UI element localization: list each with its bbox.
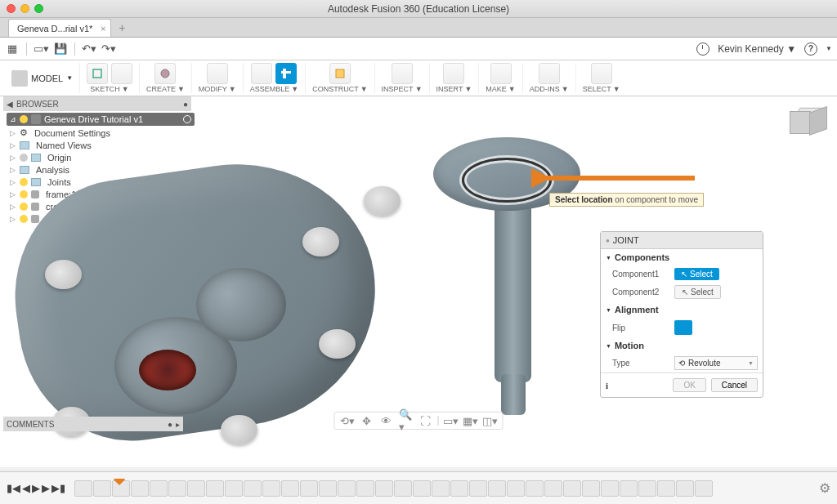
new-tab-button[interactable]: +	[113, 19, 131, 37]
grid-settings-icon[interactable]: ▦▾	[463, 414, 478, 427]
viewport-layout-icon[interactable]: ◫▾	[483, 414, 498, 427]
model-rotor-component[interactable]	[417, 137, 597, 423]
ribbon-group-create[interactable]: CREATE▼	[139, 63, 191, 93]
redo-button[interactable]: ↷▾	[101, 42, 116, 56]
timeline-feature[interactable]	[620, 480, 638, 497]
inspect-icon[interactable]	[392, 63, 413, 84]
help-button[interactable]: ?	[804, 42, 817, 56]
timeline-end-button[interactable]: ▶▮	[51, 482, 65, 494]
ribbon-group-make[interactable]: MAKE▼	[478, 63, 521, 93]
ribbon-group-insert[interactable]: INSERT▼	[429, 63, 479, 93]
zoom-icon[interactable]: 🔍▾	[399, 414, 414, 427]
timeline-step-back-button[interactable]: ◀	[22, 482, 30, 494]
timeline-feature[interactable]	[450, 480, 468, 497]
ribbon-group-assemble[interactable]: ASSEMBLE▼	[243, 63, 305, 93]
timeline-track[interactable]: document.write(Array.from({length:34}).m…	[74, 479, 810, 498]
ok-button[interactable]: OK	[673, 378, 705, 392]
data-panel-button[interactable]: ▦	[5, 42, 20, 56]
timeline-feature[interactable]	[74, 480, 92, 497]
timeline-feature[interactable]	[563, 480, 581, 497]
timeline-feature[interactable]	[281, 480, 299, 497]
make-icon[interactable]	[490, 63, 512, 84]
timeline-feature[interactable]	[131, 480, 149, 497]
ribbon-group-addins[interactable]: ADD-INS▼	[522, 63, 575, 93]
comments-panel-header[interactable]: COMMENTS ● ▸	[3, 417, 183, 431]
timeline-feature[interactable]	[168, 480, 186, 497]
modify-icon[interactable]	[207, 63, 228, 84]
ribbon-group-sketch[interactable]: SKETCH▼	[79, 63, 139, 93]
job-status-icon[interactable]	[696, 42, 709, 56]
select-icon[interactable]	[591, 63, 612, 84]
motion-section-header[interactable]: Motion	[601, 337, 763, 354]
lightbulb-icon[interactable]	[20, 115, 28, 123]
timeline-feature[interactable]	[601, 480, 619, 497]
display-settings-icon[interactable]: ▭▾	[444, 414, 459, 427]
addins-icon[interactable]	[539, 63, 560, 84]
timeline-feature[interactable]	[93, 480, 111, 497]
orbit-icon[interactable]: ⟲▾	[340, 414, 355, 427]
ribbon-group-modify[interactable]: MODIFY▼	[191, 63, 243, 93]
joint-dialog-title[interactable]: JOINT	[601, 232, 763, 249]
collapse-browser-icon[interactable]: ◀	[7, 100, 13, 109]
undo-button[interactable]: ↶▾	[82, 42, 96, 56]
browser-root-node[interactable]: ⊿ Geneva Drive Tutorial v1	[7, 113, 195, 126]
pan-icon[interactable]: ✥	[360, 414, 374, 427]
ribbon-group-select[interactable]: SELECT▼	[575, 63, 627, 93]
timeline-feature[interactable]	[544, 480, 562, 497]
tree-item-docsettings[interactable]: ▷⚙Document Settings	[7, 127, 195, 139]
components-section-header[interactable]: Components	[601, 249, 763, 265]
joint-dialog[interactable]: JOINT Components Component1 ↖ Select Com…	[600, 231, 763, 398]
document-tab[interactable]: Geneva D...rial v1* ×	[8, 19, 111, 37]
activate-radio-icon[interactable]	[183, 115, 191, 123]
timeline-feature[interactable]	[375, 480, 393, 497]
tree-item-namedviews[interactable]: ▷Named Views	[7, 140, 195, 151]
look-icon[interactable]: 👁	[379, 414, 394, 427]
flip-button[interactable]	[674, 320, 692, 335]
timeline-feature[interactable]	[582, 480, 600, 497]
assemble-icon-1[interactable]	[251, 63, 272, 84]
joint-tool-icon[interactable]	[275, 63, 297, 84]
construct-icon[interactable]	[329, 63, 351, 84]
timeline-feature[interactable]	[356, 480, 374, 497]
sketch-icon-2[interactable]	[111, 63, 132, 84]
ribbon-group-inspect[interactable]: INSPECT▼	[374, 63, 429, 93]
user-menu[interactable]: Kevin Kennedy ▼	[718, 43, 796, 55]
timeline-step-fwd-button[interactable]: ▶	[42, 482, 50, 494]
file-menu-button[interactable]: ▭▾	[34, 42, 48, 56]
timeline-feature[interactable]	[526, 480, 544, 497]
timeline-feature[interactable]	[187, 480, 205, 497]
component1-select-button[interactable]: ↖ Select	[674, 268, 719, 280]
workspace-switcher[interactable]: MODEL ▼	[5, 65, 79, 91]
motion-type-dropdown[interactable]: ⟲ Revolute	[674, 356, 758, 370]
timeline-feature[interactable]	[432, 480, 450, 497]
timeline-feature[interactable]	[488, 480, 506, 497]
timeline-settings-icon[interactable]: ⚙	[819, 480, 830, 496]
browser-panel-header[interactable]: ◀ BROWSER ●	[3, 96, 191, 111]
ribbon-group-construct[interactable]: CONSTRUCT▼	[305, 63, 374, 93]
timeline-feature[interactable]	[244, 480, 262, 497]
close-tab-icon[interactable]: ×	[101, 24, 105, 33]
timeline-feature[interactable]	[338, 480, 356, 497]
timeline-play-button[interactable]: ▶	[32, 482, 40, 494]
timeline-feature[interactable]	[657, 480, 675, 497]
view-cube[interactable]	[790, 101, 827, 139]
timeline-feature[interactable]	[695, 480, 713, 497]
timeline-feature[interactable]	[225, 480, 243, 497]
info-icon[interactable]: i	[606, 381, 608, 390]
fit-icon[interactable]: ⛶	[418, 414, 433, 427]
timeline-start-button[interactable]: ▮◀	[7, 482, 20, 494]
pin-browser-icon[interactable]: ●	[183, 100, 188, 109]
timeline-feature[interactable]	[319, 480, 337, 497]
save-button[interactable]: 💾	[53, 42, 68, 56]
timeline-feature[interactable]	[638, 480, 656, 497]
timeline-feature[interactable]	[413, 480, 431, 497]
timeline-feature[interactable]	[206, 480, 224, 497]
timeline-feature[interactable]	[507, 480, 525, 497]
viewport-canvas[interactable]: ◀ BROWSER ● ⊿ Geneva Drive Tutorial v1 ▷…	[0, 96, 837, 467]
insert-icon[interactable]	[443, 63, 464, 84]
cancel-button[interactable]: Cancel	[711, 378, 758, 392]
create-icon[interactable]	[154, 63, 176, 84]
pin-comments-icon[interactable]: ●	[168, 420, 172, 429]
timeline-feature[interactable]	[469, 480, 487, 497]
timeline-feature[interactable]	[676, 480, 694, 497]
